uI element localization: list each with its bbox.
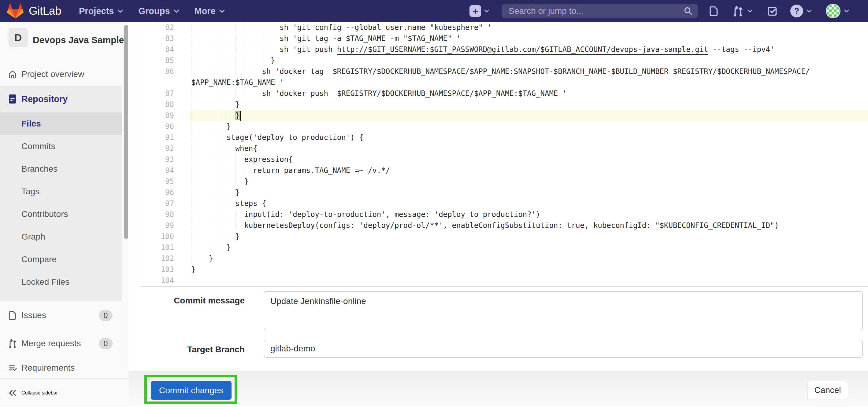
code-line[interactable]: 99 kubernetesDeploy(configs: 'deploy/pro…: [141, 220, 868, 231]
issues-icon: [7, 310, 18, 320]
sidebar-item-repository[interactable]: Repository: [0, 86, 122, 112]
gitlab-logo[interactable]: GitLab: [7, 3, 61, 19]
sidebar-item-contributors[interactable]: Contributors: [0, 203, 122, 226]
line-number: 100: [141, 231, 189, 242]
search-box[interactable]: [502, 4, 698, 18]
code-line[interactable]: 102 }: [141, 253, 868, 264]
code-line[interactable]: 92 when{: [141, 143, 868, 154]
sidebar-item-commits[interactable]: Commits: [0, 135, 122, 158]
sidebar-item-issues[interactable]: Issues 0: [0, 301, 122, 329]
line-number: 95: [141, 176, 189, 187]
code-line[interactable]: 98 input(id: 'deploy-to-production', mes…: [141, 209, 868, 220]
top-navbar: GitLab Projects Groups More +: [0, 0, 868, 22]
project-name[interactable]: Devops Java Sample: [33, 35, 124, 45]
code-editor[interactable]: 82 sh 'git config --global user.name "ku…: [141, 22, 868, 286]
code-url-link[interactable]: http://$GIT_USERNAME:$GIT_PASSWORD@gitla…: [337, 45, 708, 54]
code-text: }: [189, 99, 868, 110]
sidebar-scrollbar[interactable]: [124, 25, 128, 239]
nav-more[interactable]: More: [194, 6, 225, 16]
sidebar-item-merge-requests[interactable]: Merge requests 0: [0, 329, 122, 358]
code-line[interactable]: 93 expression{: [141, 154, 868, 165]
line-number: 96: [141, 187, 189, 198]
line-number: 98: [141, 209, 189, 220]
sidebar-item-locked-files[interactable]: Locked Files: [0, 271, 122, 293]
project-sidebar: D Devops Java Sample Project overview Re…: [0, 22, 128, 407]
code-line[interactable]: 100 }: [141, 231, 868, 242]
code-line[interactable]: 97 steps {: [141, 198, 868, 209]
code-line[interactable]: 83 sh 'git tag -a $TAG_NAME -m "$TAG_NAM…: [141, 33, 868, 44]
issues-dashboard-button[interactable]: [708, 5, 719, 16]
sidebar-item-label: Commits: [22, 141, 55, 151]
code-text: expression{: [189, 154, 868, 165]
line-number: 85: [141, 55, 189, 66]
new-menu-button[interactable]: +: [469, 5, 489, 17]
code-line[interactable]: 85 }: [141, 55, 868, 66]
cancel-button[interactable]: Cancel: [807, 381, 848, 399]
code-text: }: [189, 264, 868, 275]
sidebar-item-label: Contributors: [22, 209, 68, 219]
sidebar-item-label: Requirements: [22, 363, 74, 373]
home-icon: [7, 69, 18, 79]
help-menu-button[interactable]: ?: [790, 5, 812, 18]
nav-projects[interactable]: Projects: [79, 6, 123, 16]
todos-button[interactable]: [767, 5, 777, 16]
code-text: [189, 275, 868, 286]
chevron-down-icon: [747, 9, 752, 12]
code-line[interactable]: 94 return params.TAG_NAME =~ /v.*/: [141, 165, 868, 176]
commit-message-input[interactable]: Update Jenkinsfile-online: [264, 291, 863, 330]
line-number: 84: [141, 44, 189, 55]
code-line[interactable]: 88 }: [141, 99, 868, 110]
code-line[interactable]: 89 }: [141, 110, 868, 121]
repository-section: Repository Files Commits Branches Tags C…: [0, 86, 122, 301]
sidebar-item-branches[interactable]: Branches: [0, 158, 122, 180]
code-line[interactable]: 87 sh 'docker push $REGISTRY/$DOCKERHUB_…: [141, 88, 868, 99]
code-line[interactable]: 95 }: [141, 176, 868, 187]
collapse-sidebar-button[interactable]: Collapse sidebar: [0, 378, 128, 407]
code-line[interactable]: 101 }: [141, 242, 868, 253]
sidebar-item-label: Branches: [22, 164, 58, 174]
code-line[interactable]: 84 sh 'git push http://$GIT_USERNAME:$GI…: [141, 44, 868, 55]
sidebar-item-graph[interactable]: Graph: [0, 226, 122, 248]
search-input[interactable]: [508, 6, 684, 16]
matched-bracket: }: [236, 111, 240, 120]
merge-requests-button[interactable]: [732, 5, 752, 17]
target-branch-input[interactable]: [264, 340, 863, 358]
gitlab-file-edit-page: GitLab Projects Groups More +: [0, 0, 868, 407]
chevron-down-icon: [174, 9, 179, 13]
nav-more-label: More: [194, 6, 216, 16]
code-text: kubernetesDeploy(configs: 'deploy/prod-o…: [189, 220, 868, 231]
chevron-down-icon: [844, 9, 849, 12]
code-text: }: [189, 242, 868, 253]
sidebar-item-compare[interactable]: Compare: [0, 248, 122, 271]
code-line[interactable]: 104: [141, 275, 868, 286]
commit-message-label: Commit message: [141, 296, 245, 306]
sidebar-item-project-overview[interactable]: Project overview: [0, 63, 122, 86]
user-menu-button[interactable]: [826, 4, 849, 18]
code-line[interactable]: $APP_NAME:$TAG_NAME ': [141, 77, 868, 88]
code-line[interactable]: 90 }: [141, 121, 868, 132]
nav-groups[interactable]: Groups: [138, 6, 179, 16]
code-line[interactable]: 91 stage('deploy to production') {: [141, 132, 868, 143]
sidebar-item-label: Merge requests: [22, 339, 81, 348]
sidebar-item-requirements[interactable]: Requirements: [0, 358, 122, 378]
line-number: 101: [141, 242, 189, 253]
line-number: 86: [141, 66, 189, 77]
code-line[interactable]: 82 sh 'git config --global user.name "ku…: [141, 22, 868, 33]
project-avatar[interactable]: D: [8, 28, 28, 47]
sidebar-item-label: Locked Files: [22, 277, 69, 287]
code-text: input(id: 'deploy-to-production', messag…: [189, 209, 868, 220]
plus-icon: +: [469, 5, 481, 17]
code-line[interactable]: 103}: [141, 264, 868, 275]
repository-doc-icon: [7, 94, 18, 104]
sidebar-item-files[interactable]: Files: [0, 112, 122, 135]
code-text: }: [189, 176, 868, 187]
code-line[interactable]: 96 }: [141, 187, 868, 198]
line-number: 88: [141, 99, 189, 110]
chevron-down-icon: [219, 9, 225, 13]
chevron-down-icon: [807, 9, 812, 12]
commit-changes-button[interactable]: Commit changes: [151, 381, 231, 400]
code-line[interactable]: 86 sh 'docker tag $REGISTRY/$DOCKERHUB_N…: [141, 66, 868, 77]
issues-icon: [708, 5, 719, 16]
sidebar-item-tags[interactable]: Tags: [0, 180, 122, 203]
code-text: when{: [189, 143, 868, 154]
